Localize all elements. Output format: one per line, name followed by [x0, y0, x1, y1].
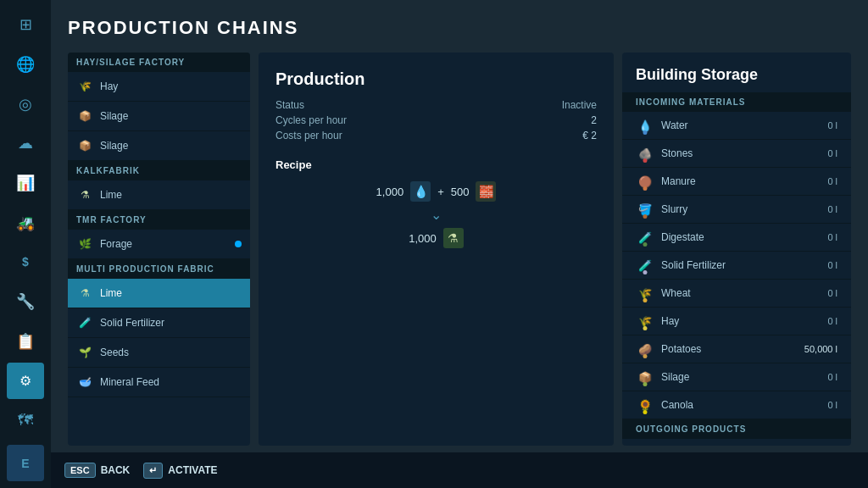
slurry-icon: 🪣 — [636, 200, 654, 219]
storage-wheat: 🌾 Wheat 0 l — [622, 280, 851, 308]
category-multi: MULTI PRODUCTION FABRIC — [68, 259, 250, 279]
back-label: BACK — [101, 464, 131, 476]
manure-name: Manure — [661, 175, 821, 187]
stat-costs: Costs per hour € 2 — [275, 130, 597, 141]
recipe-inputs: 1,000 💧 + 500 🧱 — [376, 181, 497, 202]
storage-canola: 🌻 Canola 0 l — [622, 391, 851, 419]
sidebar-btn-production[interactable]: ⚙ — [7, 363, 44, 399]
recipe-display: 1,000 💧 + 500 🧱 ⌄ 1,000 ⚗ — [275, 181, 597, 248]
lime-multi-icon: ⚗ — [76, 285, 93, 302]
forage-icon: 🌿 — [76, 236, 93, 252]
sidebar-btn-chart[interactable]: 📊 — [7, 165, 44, 202]
chains-panel: HAY/SILAGE FACTORY 🌾 Hay 📦 Silage 📦 Sila… — [68, 53, 250, 446]
recipe-label: Recipe — [275, 158, 597, 171]
mineral-feed-label: Mineral Feed — [100, 376, 159, 388]
digestate-icon: 🧪 — [636, 228, 654, 247]
potatoes-amount: 50,000 l — [804, 344, 837, 354]
stat-status: Status Inactive — [275, 99, 597, 111]
storage-potatoes: 🥔 Potatoes 50,000 l — [622, 336, 851, 363]
recipe-output: 1,000 ⚗ — [409, 228, 464, 248]
mineral-feed-icon: 🥣 — [76, 374, 93, 391]
storage-lime-out: ⚗ Lime 0 l — [622, 439, 851, 446]
solid-fert-label: Solid Fertilizer — [100, 317, 164, 329]
lime-out-icon: ⚗ — [636, 443, 654, 446]
sidebar-btn-tools[interactable]: 🔧 — [7, 284, 44, 320]
production-panel: Production Status Inactive Cycles per ho… — [259, 53, 614, 446]
content-area: HAY/SILAGE FACTORY 🌾 Hay 📦 Silage 📦 Sila… — [68, 53, 851, 446]
stones-icon: 🪨 — [636, 144, 654, 163]
water-icon: 💧 — [636, 116, 654, 135]
storage-solid-fert: 🧪 Solid Fertilizer 0 l — [622, 252, 851, 280]
storage-list: INCOMING MATERIALS 💧 Water 0 l 🪨 Stones … — [622, 92, 851, 446]
stones-name: Stones — [661, 147, 821, 159]
recipe-section: Recipe 1,000 💧 + 500 🧱 ⌄ 1,000 ⚗ — [275, 158, 597, 248]
output-icon: ⚗ — [443, 228, 464, 248]
canola-name: Canola — [661, 399, 821, 411]
potatoes-icon: 🥔 — [636, 340, 654, 358]
sidebar-btn-home[interactable]: ⊞ — [7, 7, 44, 43]
arrow-down-icon: ⌄ — [431, 207, 442, 223]
lime-kalk-label: Lime — [100, 189, 122, 201]
potatoes-name: Potatoes — [661, 343, 798, 355]
lime-kalk-icon: ⚗ — [76, 186, 93, 203]
sidebar-btn-e[interactable]: E — [7, 445, 44, 481]
bottom-bar: ESC BACK ↵ ACTIVATE — [51, 452, 868, 488]
main-content: PRODUCTION CHAINS HAY/SILAGE FACTORY 🌾 H… — [51, 0, 868, 488]
enter-key: ↵ — [143, 463, 163, 479]
silage2-label: Silage — [100, 140, 128, 152]
sidebar-btn-steering[interactable]: ◎ — [7, 86, 44, 122]
lime-multi-label: Lime — [100, 287, 122, 299]
manure-icon: 🟤 — [636, 172, 654, 191]
esc-key: ESC — [64, 463, 96, 478]
production-stats: Status Inactive Cycles per hour 2 Costs … — [275, 99, 597, 141]
chain-item-seeds[interactable]: 🌱 Seeds — [68, 338, 250, 368]
sidebar-btn-book[interactable]: 📋 — [7, 323, 44, 359]
chain-item-solid-fert[interactable]: 🧪 Solid Fertilizer — [68, 308, 250, 338]
plus-sign: + — [437, 186, 444, 198]
stones-amount: 0 l — [827, 148, 837, 158]
page-title: PRODUCTION CHAINS — [68, 17, 851, 39]
sidebar-btn-tractor[interactable]: 🚜 — [7, 204, 44, 241]
sidebar-btn-money[interactable]: $ — [7, 244, 44, 280]
storage-hay: 🌾 Hay 0 l — [622, 308, 851, 336]
silage2-icon: 📦 — [76, 137, 93, 154]
chain-item-silage-1[interactable]: 📦 Silage — [68, 102, 250, 131]
storage-title: Building Storage — [622, 53, 851, 92]
cycles-value: 2 — [591, 114, 597, 126]
costs-value: € 2 — [582, 130, 597, 141]
chain-item-mineral-feed[interactable]: 🥣 Mineral Feed — [68, 368, 250, 397]
water-name: Water — [661, 119, 821, 131]
sidebar-btn-weather[interactable]: ☁ — [7, 125, 44, 162]
hay-s-name: Hay — [661, 315, 821, 327]
status-label: Status — [275, 99, 304, 111]
solid-fert-icon: 🧪 — [76, 314, 93, 331]
hay-icon: 🌾 — [76, 78, 93, 95]
outgoing-header: OUTGOING PRODUCTS — [622, 419, 851, 439]
costs-label: Costs per hour — [275, 130, 342, 141]
production-title: Production — [275, 69, 597, 89]
input1-icon: 💧 — [410, 181, 431, 202]
sidebar-btn-globe[interactable]: 🌐 — [7, 47, 44, 83]
wheat-amount: 0 l — [827, 288, 837, 298]
hay-label: Hay — [100, 80, 118, 92]
sidebar-btn-map[interactable]: 🗺 — [7, 402, 44, 439]
activate-button[interactable]: ↵ ACTIVATE — [143, 463, 217, 479]
activate-label: ACTIVATE — [168, 464, 217, 476]
input1-amount: 1,000 — [376, 186, 404, 198]
storage-manure: 🟤 Manure 0 l — [622, 168, 851, 196]
back-button[interactable]: ESC BACK — [64, 463, 130, 478]
storage-digestate: 🧪 Digestate 0 l — [622, 224, 851, 252]
chain-item-silage-2[interactable]: 📦 Silage — [68, 131, 250, 161]
category-hay-silage: HAY/SILAGE FACTORY — [68, 53, 250, 72]
silage1-label: Silage — [100, 110, 128, 122]
chain-item-lime-multi[interactable]: ⚗ Lime — [68, 279, 250, 308]
chain-item-lime-kalk[interactable]: ⚗ Lime — [68, 180, 250, 210]
manure-amount: 0 l — [827, 176, 837, 186]
slurry-name: Slurry — [661, 203, 821, 215]
status-value: Inactive — [562, 99, 597, 111]
silage-s-icon: 📦 — [636, 368, 654, 386]
chain-item-forage[interactable]: 🌿 Forage — [68, 230, 250, 259]
chain-item-hay[interactable]: 🌾 Hay — [68, 72, 250, 102]
silage-s-name: Silage — [661, 371, 821, 383]
solid-fert-s-amount: 0 l — [827, 260, 837, 270]
